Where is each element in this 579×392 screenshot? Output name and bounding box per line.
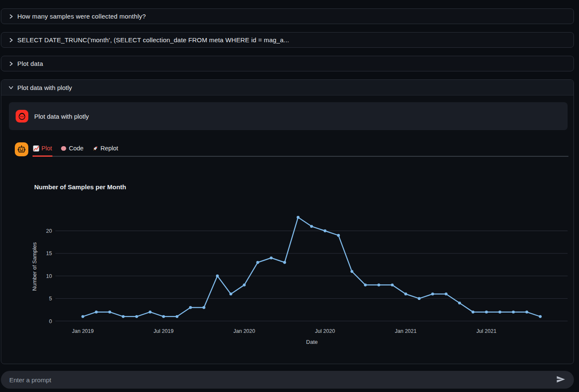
message-card-title: Plot data with plotly (34, 113, 89, 120)
chevron-down-icon (8, 84, 14, 90)
chart-gridlines (55, 231, 568, 321)
line-chart: Number of Samples per Month 05101520 Jan… (26, 177, 571, 346)
chevron-right-icon (8, 61, 14, 67)
accordion-item-label: Plot data (17, 60, 43, 67)
tab-bar: Plot Code (33, 143, 568, 157)
send-button[interactable] (554, 374, 568, 386)
svg-text:5: 5 (49, 296, 52, 302)
accordion-item-sql[interactable]: SELECT DATE_TRUNC('month', (SELECT colle… (1, 32, 574, 48)
tab-label: Plot (41, 145, 52, 152)
tab-label: Replot (101, 145, 118, 152)
chart-x-tick-labels: Jan 2019Jul 2019Jan 2020Jul 2020Jan 2021… (72, 328, 496, 334)
accordion-item-plotly-expanded: Plot data with plotly Plot data with plo… (1, 79, 574, 364)
accordion-item-label: Plot data with plotly (17, 84, 72, 91)
prompt-bar (1, 371, 574, 389)
tab-code[interactable]: Code (60, 143, 84, 157)
prompt-input[interactable] (9, 376, 554, 384)
chart-increasing-icon (33, 145, 39, 152)
accordion-header-plotly[interactable]: Plot data with plotly (1, 80, 574, 95)
svg-text:0: 0 (49, 318, 52, 324)
chevron-right-icon (8, 14, 14, 19)
svg-text:10: 10 (46, 273, 52, 279)
chevron-right-icon (8, 37, 14, 43)
accordion-item-label: SELECT DATE_TRUNC('month', (SELECT colle… (17, 36, 289, 44)
robot-icon (15, 142, 28, 156)
svg-text:20: 20 (46, 228, 52, 234)
chart-series (82, 216, 542, 318)
svg-text:15: 15 (46, 250, 52, 256)
face-icon (16, 110, 28, 122)
brain-icon (60, 145, 67, 152)
svg-text:Jul 2020: Jul 2020 (315, 328, 335, 334)
chart-y-tick-labels: 05101520 (46, 228, 52, 324)
y-axis-title: Number of Samples (31, 242, 38, 291)
chart-title: Number of Samples per Month (34, 183, 126, 191)
accordion-item-plot-data[interactable]: Plot data (1, 56, 574, 71)
send-icon (556, 376, 565, 384)
rocket-icon (92, 145, 98, 152)
accordion-item-question[interactable]: How many samples were collected monthly? (1, 8, 574, 24)
tab-plot[interactable]: Plot (33, 143, 52, 157)
svg-text:Jan 2020: Jan 2020 (233, 328, 255, 334)
svg-text:Jan 2019: Jan 2019 (72, 328, 93, 334)
tab-label: Code (69, 145, 84, 152)
tab-bar-row: Plot Code (15, 142, 568, 157)
svg-text:Jul 2021: Jul 2021 (476, 328, 496, 334)
svg-text:Jan 2021: Jan 2021 (395, 328, 416, 334)
tab-replot[interactable]: Replot (92, 143, 119, 157)
x-axis-title: Date (306, 339, 317, 345)
svg-text:Jul 2019: Jul 2019 (153, 328, 173, 334)
accordion-item-label: How many samples were collected monthly? (17, 13, 146, 20)
message-card: Plot data with plotly (9, 102, 568, 130)
